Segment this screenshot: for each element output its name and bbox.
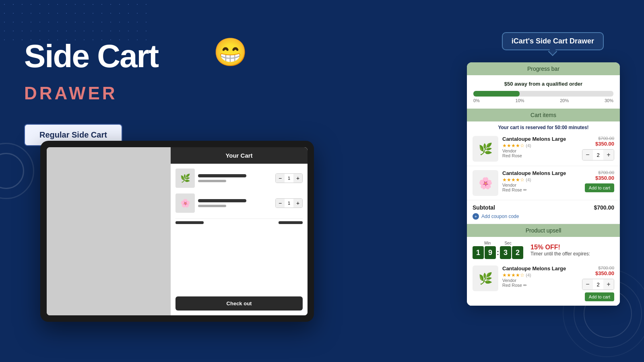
- subtotal-label: Subtotal: [473, 204, 495, 211]
- laptop-item-title-bar-2: [198, 199, 246, 202]
- add-to-cart-btn-2[interactable]: Add to cart: [585, 183, 614, 192]
- coupon-row[interactable]: + Add coupon code: [473, 213, 614, 220]
- laptop-cart-item-2: 🌸 − 1 +: [175, 193, 303, 213]
- laptop-checkout-button[interactable]: Check out: [175, 296, 303, 311]
- laptop-qty-control-1[interactable]: − 1 +: [275, 173, 303, 183]
- upsell-item-img: 🌿: [473, 265, 498, 291]
- upsell-qty-val: 2: [593, 279, 603, 290]
- timer-d2: 9: [485, 246, 496, 259]
- upsell-item-details: Cantaloupe Melons Large ★★★★☆ (4) Vendor…: [502, 265, 570, 288]
- laptop-qty-minus-1[interactable]: −: [276, 174, 285, 183]
- timer-min-sec-labels: Min Sec 1 9 : 3 2: [473, 241, 523, 259]
- cart-item-details-2: Cantaloupe Melons Large ★★★★☆ (4) Vendor…: [502, 170, 570, 193]
- cart-item-vendor2-2: Red Rose ✏: [502, 187, 570, 193]
- laptop-subtotal-row: [175, 218, 303, 226]
- cart-item-price-col-1: $700.00 $350.00 − 2 +: [574, 136, 614, 160]
- upsell-price-new: $350.00: [574, 270, 614, 276]
- laptop-qty-minus-2[interactable]: −: [276, 199, 285, 208]
- cart-qty-control-1[interactable]: − 2 +: [582, 149, 614, 160]
- tick-20: 20%: [560, 98, 569, 103]
- cart-qty-val-1: 2: [593, 150, 603, 160]
- subtotal-row: Subtotal $700.00: [473, 204, 614, 211]
- right-cart-drawer: Progress bar $50 away from a qualified o…: [467, 62, 620, 306]
- laptop-cart-header: Your Cart: [171, 147, 308, 164]
- upsell-price-old: $700.00: [574, 265, 614, 270]
- progress-bar-container: [473, 91, 613, 97]
- timer-digits: 1 9 : 3 2: [473, 246, 523, 259]
- laptop-qty-val-2: 1: [285, 199, 293, 208]
- laptop-qty-control-2[interactable]: − 1 +: [275, 198, 303, 208]
- laptop-mockup: Your Cart 🌿 − 1 + 🌸: [40, 141, 314, 322]
- upsell-item-vendor2: Red Rose ✏: [502, 283, 570, 288]
- cart-item-stars-1: ★★★★☆ (4): [502, 143, 570, 148]
- subtotal-section: Subtotal $700.00 + Add coupon code: [467, 200, 620, 224]
- discount-badge: 15% OFF!: [530, 244, 590, 251]
- progress-ticks: 0% 10% 20% 30%: [473, 98, 613, 103]
- cart-item-stars-2: ★★★★☆ (4): [502, 177, 570, 183]
- upsell-item-vendor: Vendor: [502, 278, 570, 283]
- laptop-item-sub-bar-2: [198, 205, 226, 207]
- laptop-screen: Your Cart 🌿 − 1 + 🌸: [47, 147, 308, 315]
- cart-item-name-1: Cantaloupe Melons Large: [502, 136, 570, 142]
- upsell-header: Product upsell: [467, 224, 620, 237]
- cart-item-vendor-2: Vendor: [502, 183, 570, 187]
- hero-title: Side Cart DRAWER: [24, 40, 217, 105]
- cart-item-name-2: Cantaloupe Melons Large: [502, 170, 570, 176]
- timer-expires-text: Timer until the offer expires:: [530, 251, 590, 257]
- cart-item-price-new-2: $350.00: [574, 175, 614, 181]
- laptop-cart-item-1: 🌿 − 1 +: [175, 169, 303, 188]
- laptop-screen-left: [47, 147, 171, 315]
- cart-item-1: 🌿 Cantaloupe Melons Large ★★★★☆ (4) Vend…: [467, 132, 620, 166]
- laptop-cart-panel: Your Cart 🌿 − 1 + 🌸: [171, 147, 308, 315]
- cart-item-price-new-1: $350.00: [574, 141, 614, 147]
- deco-circle-2: [0, 143, 34, 199]
- laptop-item-img-2: 🌸: [175, 193, 195, 213]
- cart-item-img-2: 🌸: [473, 170, 498, 196]
- upsell-qty-minus[interactable]: −: [582, 279, 593, 290]
- laptop-item-title-bar: [198, 174, 246, 177]
- progress-bar-fill: [473, 91, 520, 97]
- laptop-subtotal-val-bar: [279, 221, 303, 224]
- laptop-qty-plus-2[interactable]: +: [293, 199, 302, 208]
- hero-section: Side Cart DRAWER Regular Side Cart: [24, 40, 217, 146]
- cart-item-2: 🌸 Cantaloupe Melons Large ★★★★☆ (4) Vend…: [467, 166, 620, 200]
- upsell-item-price-col: $700.00 $350.00 − 2 + Add to cart: [574, 265, 614, 301]
- laptop-qty-val-1: 1: [285, 174, 293, 183]
- cart-items-section: Your cart is reserved for 50:00 minutes!…: [467, 121, 620, 224]
- laptop-subtotal-label-bar: [175, 221, 204, 224]
- laptop-item-info-1: [198, 174, 272, 182]
- timer-d4: 2: [512, 246, 523, 259]
- upsell-item-stars: ★★★★☆ (4): [502, 272, 570, 278]
- cart-qty-minus-1[interactable]: −: [582, 150, 593, 160]
- cart-item-vendor-1: Vendor: [502, 148, 570, 153]
- upsell-add-to-cart-btn[interactable]: Add to cart: [585, 292, 614, 301]
- emoji-decoration: 😁: [213, 36, 248, 68]
- timer-d3: 3: [500, 246, 511, 259]
- laptop-item-info-2: [198, 199, 272, 207]
- upsell-item: 🌿 Cantaloupe Melons Large ★★★★☆ (4) Vend…: [467, 261, 620, 306]
- coupon-label: Add coupon code: [481, 214, 519, 219]
- laptop-item-sub-bar: [198, 180, 226, 182]
- tick-10: 10%: [516, 98, 524, 103]
- progress-label: $50 away from a qualified order: [473, 81, 613, 87]
- cart-item-img-1: 🌿: [473, 136, 498, 162]
- cart-qty-plus-1[interactable]: +: [603, 150, 614, 160]
- upsell-section: Min Sec 1 9 : 3 2 15% OFF! Timer until t…: [467, 237, 620, 306]
- cart-item-price-old-2: $700.00: [574, 170, 614, 175]
- upsell-qty-plus[interactable]: +: [603, 279, 614, 290]
- upsell-offer-info: 15% OFF! Timer until the offer expires:: [530, 244, 590, 257]
- cart-item-details-1: Cantaloupe Melons Large ★★★★☆ (4) Vendor…: [502, 136, 570, 158]
- progress-section: $50 away from a qualified order 0% 10% 2…: [467, 75, 620, 109]
- reservation-text: Your cart is reserved for 50:00 minutes!: [467, 121, 620, 132]
- timer-colon: :: [497, 249, 499, 257]
- upsell-item-name: Cantaloupe Melons Large: [502, 265, 570, 272]
- laptop-cart-items: 🌿 − 1 + 🌸: [171, 164, 308, 293]
- tooltip-bubble: iCart's Side Cart Drawer: [502, 32, 604, 50]
- laptop-item-img-1: 🌿: [175, 169, 195, 188]
- cart-item-vendor2-1: Red Rose: [502, 153, 570, 158]
- cart-item-price-old-1: $700.00: [574, 136, 614, 141]
- upsell-qty-control[interactable]: − 2 +: [582, 279, 614, 290]
- progress-bar-header: Progress bar: [467, 62, 620, 75]
- min-label: Min: [484, 241, 491, 245]
- laptop-qty-plus-1[interactable]: +: [293, 174, 302, 183]
